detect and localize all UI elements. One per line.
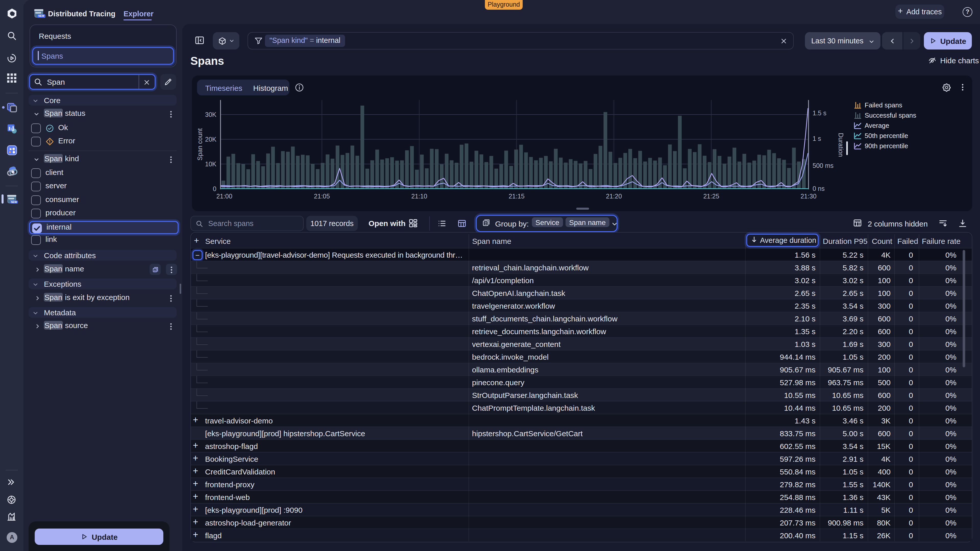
svg-text:50th percentile: 50th percentile: [865, 132, 908, 140]
svg-text:10K: 10K: [205, 160, 217, 168]
svg-text:20K: 20K: [205, 136, 217, 143]
svg-text:90th percentile: 90th percentile: [865, 142, 908, 150]
svg-text:21:30: 21:30: [800, 192, 817, 200]
svg-text:0: 0: [213, 185, 216, 192]
svg-text:21:05: 21:05: [314, 192, 330, 200]
svg-text:500 ms: 500 ms: [813, 162, 834, 169]
svg-text:21:10: 21:10: [411, 192, 428, 200]
svg-text:21:20: 21:20: [606, 192, 622, 200]
svg-text:Failed spans: Failed spans: [865, 101, 902, 109]
svg-text:Average: Average: [865, 122, 889, 129]
svg-text:1.5 s: 1.5 s: [813, 110, 826, 117]
svg-text:0 ns: 0 ns: [813, 185, 824, 192]
svg-text:21:00: 21:00: [216, 192, 232, 200]
svg-text:Duration: Duration: [837, 133, 845, 157]
svg-text:Span count: Span count: [196, 128, 204, 161]
svg-text:Successful spans: Successful spans: [865, 111, 916, 119]
svg-text:30K: 30K: [205, 111, 217, 118]
svg-text:21:15: 21:15: [509, 192, 525, 200]
svg-text:21:25: 21:25: [703, 192, 719, 200]
svg-text:1 s: 1 s: [813, 135, 821, 142]
